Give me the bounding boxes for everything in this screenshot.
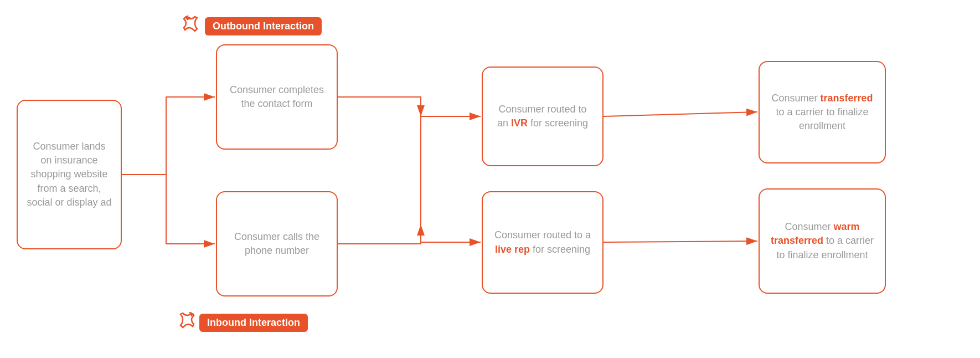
outbound-interaction-label: Outbound Interaction [183, 16, 322, 37]
node-live-rep-suffix: for screening [530, 244, 590, 255]
inbound-phone-icon [177, 312, 195, 334]
node-live-rep-bold: live rep [495, 244, 530, 255]
node-transferred-text: Consumer transferred to a carrier to fin… [768, 91, 876, 134]
node-transferred-suffix: to a carrier to finalize enrollment [776, 106, 868, 131]
outbound-phone-icon [183, 16, 200, 37]
node-start: Consumer lands on insurance shopping web… [17, 100, 122, 249]
inbound-label-badge: Inbound Interaction [199, 314, 308, 332]
node-transferred-bold: transferred [820, 93, 873, 104]
arrows-svg [0, 0, 980, 358]
node-phone: Consumer calls the phone number [216, 191, 338, 296]
node-live-rep: Consumer routed to a live rep for screen… [482, 191, 604, 294]
node-transferred: Consumer transferred to a carrier to fin… [759, 61, 886, 163]
inbound-interaction-label: Inbound Interaction [177, 312, 308, 334]
node-transferred-prefix: Consumer [771, 93, 820, 104]
node-ivr-bold: IVR [511, 117, 528, 129]
node-live-rep-prefix: Consumer routed to a [494, 229, 591, 241]
node-start-text: Consumer lands on insurance shopping web… [27, 140, 112, 209]
node-contact-form-text: Consumer completes the contact form [226, 83, 328, 111]
node-ivr-suffix: for screening [528, 117, 588, 129]
node-ivr: Consumer routed to an IVR for screening [482, 67, 604, 166]
outbound-label-badge: Outbound Interaction [205, 17, 322, 35]
node-warm-transferred-text: Consumer warm transferred to a carrier t… [768, 220, 876, 262]
node-contact-form: Consumer completes the contact form [216, 44, 338, 150]
diagram-container: Consumer lands on insurance shopping web… [0, 0, 980, 358]
node-warm-transferred-prefix: Consumer [785, 221, 833, 232]
node-phone-text: Consumer calls the phone number [226, 230, 328, 258]
node-ivr-text: Consumer routed to an IVR for screening [492, 103, 594, 130]
node-warm-transferred: Consumer warm transferred to a carrier t… [759, 188, 886, 294]
node-live-rep-text: Consumer routed to a live rep for screen… [492, 228, 594, 256]
